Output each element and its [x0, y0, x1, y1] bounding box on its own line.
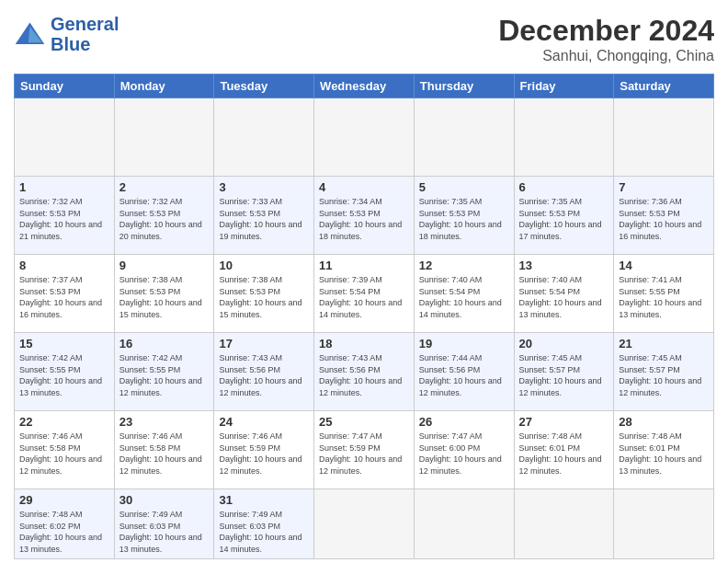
calendar-cell: 16Sunrise: 7:42 AMSunset: 5:55 PMDayligh… [114, 333, 214, 411]
day-number: 25 [319, 415, 409, 429]
day-info: Sunrise: 7:47 AMSunset: 5:59 PMDaylight:… [319, 431, 409, 477]
calendar-cell: 8Sunrise: 7:37 AMSunset: 5:53 PMDaylight… [15, 255, 115, 333]
day-number: 18 [319, 337, 409, 350]
logo-line1: General [51, 14, 119, 34]
day-info: Sunrise: 7:44 AMSunset: 5:56 PMDaylight:… [419, 352, 509, 398]
calendar-cell [514, 489, 614, 559]
day-number: 29 [19, 493, 109, 507]
weekday-header-monday: Monday [114, 75, 214, 98]
weekday-header-wednesday: Wednesday [314, 75, 415, 98]
location-title: Sanhui, Chongqing, China [498, 48, 714, 64]
calendar-cell: 31Sunrise: 7:49 AMSunset: 6:03 PMDayligh… [214, 489, 314, 559]
page-header: General Blue December 2024 Sanhui, Chong… [14, 14, 714, 64]
calendar-table: SundayMondayTuesdayWednesdayThursdayFrid… [14, 74, 714, 559]
logo-text: General Blue [51, 14, 119, 54]
day-info: Sunrise: 7:37 AMSunset: 5:53 PMDaylight:… [19, 274, 109, 320]
calendar-cell [514, 98, 614, 177]
day-info: Sunrise: 7:32 AMSunset: 5:53 PMDaylight:… [119, 196, 210, 242]
calendar-cell [314, 98, 415, 177]
day-info: Sunrise: 7:35 AMSunset: 5:53 PMDaylight:… [519, 196, 609, 242]
logo-line2: Blue [51, 34, 119, 54]
day-number: 9 [119, 259, 210, 272]
weekday-header-row: SundayMondayTuesdayWednesdayThursdayFrid… [15, 75, 714, 98]
calendar-cell: 5Sunrise: 7:35 AMSunset: 5:53 PMDaylight… [414, 177, 514, 255]
day-number: 10 [219, 259, 309, 272]
day-number: 31 [219, 493, 309, 507]
day-number: 20 [519, 337, 609, 350]
calendar-cell: 19Sunrise: 7:44 AMSunset: 5:56 PMDayligh… [414, 333, 514, 411]
day-number: 7 [619, 180, 709, 194]
logo: General Blue [14, 14, 119, 54]
day-info: Sunrise: 7:45 AMSunset: 5:57 PMDaylight:… [519, 352, 609, 398]
calendar-cell: 25Sunrise: 7:47 AMSunset: 5:59 PMDayligh… [314, 411, 415, 489]
day-number: 5 [419, 180, 509, 194]
day-number: 26 [419, 415, 509, 429]
day-info: Sunrise: 7:42 AMSunset: 5:55 PMDaylight:… [119, 352, 210, 398]
calendar-cell: 10Sunrise: 7:38 AMSunset: 5:53 PMDayligh… [214, 255, 314, 333]
calendar-week-row: 15Sunrise: 7:42 AMSunset: 5:55 PMDayligh… [15, 333, 714, 411]
day-info: Sunrise: 7:43 AMSunset: 5:56 PMDaylight:… [319, 352, 409, 398]
day-info: Sunrise: 7:43 AMSunset: 5:56 PMDaylight:… [219, 352, 309, 398]
calendar-cell: 20Sunrise: 7:45 AMSunset: 5:57 PMDayligh… [514, 333, 614, 411]
weekday-header-tuesday: Tuesday [214, 75, 314, 98]
calendar-week-row: 8Sunrise: 7:37 AMSunset: 5:53 PMDaylight… [15, 255, 714, 333]
calendar-cell: 28Sunrise: 7:48 AMSunset: 6:01 PMDayligh… [614, 411, 714, 489]
calendar-cell: 21Sunrise: 7:45 AMSunset: 5:57 PMDayligh… [614, 333, 714, 411]
month-title: December 2024 [498, 14, 714, 48]
calendar-cell: 14Sunrise: 7:41 AMSunset: 5:55 PMDayligh… [614, 255, 714, 333]
day-info: Sunrise: 7:34 AMSunset: 5:53 PMDaylight:… [319, 196, 409, 242]
day-info: Sunrise: 7:47 AMSunset: 6:00 PMDaylight:… [419, 431, 509, 477]
calendar-cell: 4Sunrise: 7:34 AMSunset: 5:53 PMDaylight… [314, 177, 415, 255]
day-info: Sunrise: 7:48 AMSunset: 6:01 PMDaylight:… [519, 431, 609, 477]
calendar-cell: 17Sunrise: 7:43 AMSunset: 5:56 PMDayligh… [214, 333, 314, 411]
day-number: 23 [119, 415, 210, 429]
calendar-cell [614, 489, 714, 559]
day-number: 30 [119, 493, 210, 507]
calendar-cell: 7Sunrise: 7:36 AMSunset: 5:53 PMDaylight… [614, 177, 714, 255]
weekday-header-sunday: Sunday [15, 75, 115, 98]
calendar-cell: 9Sunrise: 7:38 AMSunset: 5:53 PMDaylight… [114, 255, 214, 333]
calendar-cell [314, 489, 415, 559]
day-info: Sunrise: 7:38 AMSunset: 5:53 PMDaylight:… [219, 274, 309, 320]
day-info: Sunrise: 7:42 AMSunset: 5:55 PMDaylight:… [19, 352, 109, 398]
day-info: Sunrise: 7:39 AMSunset: 5:54 PMDaylight:… [319, 274, 409, 320]
calendar-cell [214, 98, 314, 177]
calendar-week-row: 29Sunrise: 7:48 AMSunset: 6:02 PMDayligh… [15, 489, 714, 559]
day-info: Sunrise: 7:49 AMSunset: 6:03 PMDaylight:… [119, 509, 210, 555]
day-number: 3 [219, 180, 309, 194]
day-number: 8 [19, 259, 109, 272]
calendar-week-row [15, 98, 714, 177]
calendar-cell: 3Sunrise: 7:33 AMSunset: 5:53 PMDaylight… [214, 177, 314, 255]
day-info: Sunrise: 7:33 AMSunset: 5:53 PMDaylight:… [219, 196, 309, 242]
calendar-week-row: 1Sunrise: 7:32 AMSunset: 5:53 PMDaylight… [15, 177, 714, 255]
calendar-cell [414, 98, 514, 177]
calendar-cell: 2Sunrise: 7:32 AMSunset: 5:53 PMDaylight… [114, 177, 214, 255]
day-number: 27 [519, 415, 609, 429]
weekday-header-friday: Friday [514, 75, 614, 98]
day-number: 6 [519, 180, 609, 194]
day-number: 1 [19, 180, 109, 194]
day-number: 22 [19, 415, 109, 429]
calendar-cell: 11Sunrise: 7:39 AMSunset: 5:54 PMDayligh… [314, 255, 415, 333]
day-info: Sunrise: 7:45 AMSunset: 5:57 PMDaylight:… [619, 352, 709, 398]
calendar-cell: 30Sunrise: 7:49 AMSunset: 6:03 PMDayligh… [114, 489, 214, 559]
logo-icon [14, 18, 46, 51]
calendar-cell: 22Sunrise: 7:46 AMSunset: 5:58 PMDayligh… [15, 411, 115, 489]
day-number: 12 [419, 259, 509, 272]
day-number: 24 [219, 415, 309, 429]
page-container: General Blue December 2024 Sanhui, Chong… [0, 0, 728, 563]
day-info: Sunrise: 7:49 AMSunset: 6:03 PMDaylight:… [219, 509, 309, 555]
day-info: Sunrise: 7:41 AMSunset: 5:55 PMDaylight:… [619, 274, 709, 320]
calendar-cell [15, 98, 115, 177]
calendar-cell [614, 98, 714, 177]
day-info: Sunrise: 7:38 AMSunset: 5:53 PMDaylight:… [119, 274, 210, 320]
day-number: 2 [119, 180, 210, 194]
calendar-cell [414, 489, 514, 559]
day-info: Sunrise: 7:46 AMSunset: 5:58 PMDaylight:… [119, 431, 210, 477]
day-number: 11 [319, 259, 409, 272]
day-number: 15 [19, 337, 109, 350]
calendar-cell: 24Sunrise: 7:46 AMSunset: 5:59 PMDayligh… [214, 411, 314, 489]
day-number: 16 [119, 337, 210, 350]
calendar-cell: 18Sunrise: 7:43 AMSunset: 5:56 PMDayligh… [314, 333, 415, 411]
day-number: 21 [619, 337, 709, 350]
